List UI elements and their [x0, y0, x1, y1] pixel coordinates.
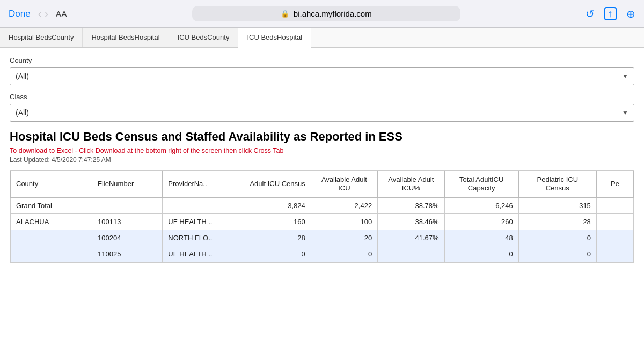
- sub-pe-3: [596, 246, 633, 262]
- done-button[interactable]: Done: [9, 9, 31, 19]
- col-header-county: County: [11, 171, 92, 198]
- grand-total-provider: [163, 198, 244, 214]
- sub-ped-census-3: 0: [518, 246, 596, 262]
- alachua-provider-1: UF HEALTH ..: [163, 214, 244, 230]
- back-button[interactable]: ‹: [38, 8, 42, 20]
- table-row: 100204 NORTH FLO.. 28 20 41.67% 48 0: [11, 230, 634, 246]
- col-header-ped-icu-census: Pediatric ICU Census: [518, 171, 596, 198]
- grand-total-row: Grand Total 3,824 2,422 38.78% 6,246 315: [11, 198, 634, 214]
- county-dropdown-arrow: ▼: [622, 72, 628, 80]
- tab-icu-beds-hospital[interactable]: ICU BedsHospital: [238, 28, 311, 48]
- sub-avail-pct-2: 41.67%: [378, 230, 444, 246]
- sub-total-cap-3: 0: [444, 246, 518, 262]
- col-header-avail-adult-pct: Available Adult ICU%: [378, 171, 444, 198]
- tabs-bar: Hospital BedsCounty Hospital BedsHospita…: [0, 28, 644, 48]
- sub-pe-2: [596, 230, 633, 246]
- class-filter-label: Class: [10, 93, 634, 101]
- county-name-alachua: ALACHUA: [11, 214, 92, 230]
- alachua-ped-census-1: 28: [518, 214, 596, 230]
- grand-total-label: Grand Total: [11, 198, 92, 214]
- grand-total-avail-adult: 2,422: [311, 198, 377, 214]
- table-row: 110025 UF HEALTH .. 0 0 0 0: [11, 246, 634, 262]
- url-bar[interactable]: 🔒 bi.ahca.myflorida.com: [192, 6, 460, 21]
- county-dropdown[interactable]: (All) ▼: [10, 67, 634, 85]
- county-row-alachua: ALACHUA 100113 UF HEALTH .. 160 100 38.4…: [11, 214, 634, 230]
- sub-ped-census-2: 0: [518, 230, 596, 246]
- data-table-container: County FileNumber ProviderNa.. Adult ICU…: [10, 170, 634, 263]
- grand-total-file: [92, 198, 163, 214]
- grand-total-avail-pct: 38.78%: [378, 198, 444, 214]
- tab-icu-beds-county[interactable]: ICU BedsCounty: [169, 28, 239, 47]
- alachua-avail-adult-1: 100: [311, 214, 377, 230]
- col-header-total-adult-cap: Total AdultICU Capacity: [444, 171, 518, 198]
- lock-icon: 🔒: [281, 10, 289, 18]
- col-header-pe: Pe: [596, 171, 633, 198]
- report-title: Hospital ICU Beds Census and Staffed Ava…: [10, 129, 634, 145]
- text-size-button[interactable]: AA: [56, 9, 67, 18]
- sub-avail-adult-2: 20: [311, 230, 377, 246]
- content-area: County (All) ▼ Class (All) ▼ Hospital IC…: [0, 48, 644, 271]
- share-icon[interactable]: ↑: [604, 7, 617, 20]
- col-header-adult-icu-census: Adult ICU Census: [244, 171, 311, 198]
- col-header-avail-adult-icu: Available Adult ICU: [311, 171, 377, 198]
- sub-adult-census-2: 28: [244, 230, 311, 246]
- county-value: (All): [16, 72, 29, 80]
- sub-provider-2: NORTH FLO..: [163, 230, 244, 246]
- url-text: bi.ahca.myflorida.com: [294, 9, 372, 18]
- county-filter-label: County: [10, 56, 634, 64]
- alachua-avail-pct-1: 38.46%: [378, 214, 444, 230]
- sub-file-3: 110025: [92, 246, 163, 262]
- nav-arrows: ‹ ›: [38, 8, 48, 20]
- forward-button[interactable]: ›: [45, 8, 48, 20]
- sub-file-2: 100204: [92, 230, 163, 246]
- col-header-filenumber: FileNumber: [92, 171, 163, 198]
- grand-total-pe: [596, 198, 633, 214]
- class-dropdown-arrow: ▼: [622, 109, 628, 116]
- sub-county-3: [11, 246, 92, 262]
- class-value: (All): [16, 108, 29, 117]
- compass-icon[interactable]: ⊕: [626, 8, 635, 20]
- class-filter: Class (All) ▼: [10, 93, 634, 122]
- alachua-adult-census-1: 160: [244, 214, 311, 230]
- sub-adult-census-3: 0: [244, 246, 311, 262]
- tab-hospital-beds-county[interactable]: Hospital BedsCounty: [0, 28, 83, 47]
- tab-hospital-beds-hospital[interactable]: Hospital BedsHospital: [83, 28, 169, 47]
- alachua-file-1: 100113: [92, 214, 163, 230]
- county-filter: County (All) ▼: [10, 56, 634, 85]
- data-table: County FileNumber ProviderNa.. Adult ICU…: [10, 171, 634, 263]
- sub-county-2: [11, 230, 92, 246]
- grand-total-total-cap: 6,246: [444, 198, 518, 214]
- alachua-total-cap-1: 260: [444, 214, 518, 230]
- sub-provider-3: UF HEALTH ..: [163, 246, 244, 262]
- browser-bar: Done ‹ › AA 🔒 bi.ahca.myflorida.com ↺ ↑ …: [0, 0, 644, 28]
- sub-total-cap-2: 48: [444, 230, 518, 246]
- reload-icon[interactable]: ↺: [586, 8, 595, 20]
- col-header-provider: ProviderNa..: [163, 171, 244, 198]
- alachua-pe-1: [596, 214, 633, 230]
- sub-avail-adult-3: 0: [311, 246, 377, 262]
- grand-total-ped-census: 315: [518, 198, 596, 214]
- last-updated: Last Updated: 4/5/2020 7:47:25 AM: [10, 156, 634, 164]
- class-dropdown[interactable]: (All) ▼: [10, 104, 634, 122]
- grand-total-adult-census: 3,824: [244, 198, 311, 214]
- sub-avail-pct-3: [378, 246, 444, 262]
- download-link[interactable]: To download to Excel - Click Download at…: [10, 147, 634, 154]
